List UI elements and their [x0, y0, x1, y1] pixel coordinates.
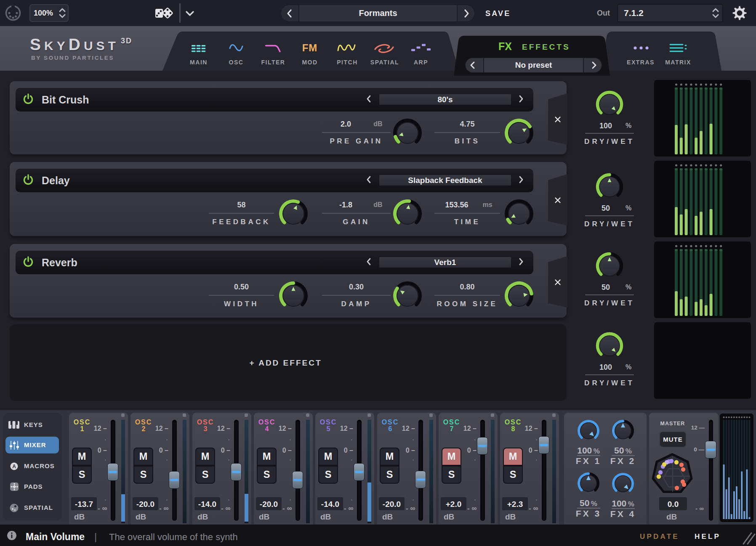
svg-text:A: A — [12, 464, 16, 469]
